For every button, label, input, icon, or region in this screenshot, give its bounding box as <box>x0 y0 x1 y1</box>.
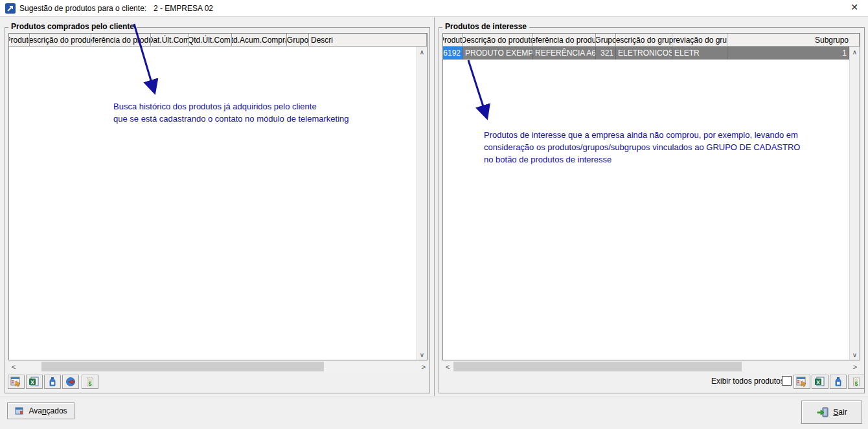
annotation-right-line1: Produtos de interesse que a empresa aind… <box>484 129 800 141</box>
groupbox-left-title: Produtos comprados pelo cliente <box>8 22 137 31</box>
app-icon <box>5 3 16 16</box>
export-excel-button[interactable]: X <box>812 375 828 389</box>
annotation-left-line2: que se está cadastrando o contato no mód… <box>113 113 349 125</box>
exit-door-icon <box>816 406 829 418</box>
price-list-button[interactable]: $ <box>82 375 98 389</box>
col-header-grupo[interactable]: Grupo <box>287 34 309 47</box>
jug-icon <box>47 377 58 387</box>
advanced-button[interactable]: Avançados <box>7 402 74 419</box>
products-grid-button[interactable] <box>8 375 25 389</box>
col-header-grupo[interactable]: Grupo <box>596 34 616 47</box>
left-vertical-scrollbar[interactable]: ∧ ∨ <box>417 47 427 360</box>
price-list-icon: $ <box>85 377 95 387</box>
advanced-button-label: Avançados <box>29 406 67 415</box>
undo-refresh-button[interactable] <box>62 375 79 389</box>
svg-text:$: $ <box>88 380 92 387</box>
export-excel-button[interactable]: X <box>26 375 43 389</box>
col-header-qtd-acum-compras[interactable]: Qtd.Acum.Compras <box>232 34 287 47</box>
table-produtos-interesse[interactable]: Produto Descrição do produto Referência … <box>442 33 860 360</box>
col-header-produto[interactable]: Produto <box>443 34 463 47</box>
scroll-left-icon[interactable]: < <box>442 361 453 372</box>
col-header-qtd-ult-com[interactable]: Qtd.Últ.Com. <box>189 34 232 47</box>
undo-arrow-icon <box>65 377 76 387</box>
client-name: 2 - EMPRESA 02 <box>154 4 213 13</box>
scroll-down-icon[interactable]: ∨ <box>417 349 427 360</box>
panel-divider <box>434 17 435 396</box>
products-grid-icon <box>796 377 808 387</box>
table-produtos-comprados[interactable]: Produto Descrição do produto Referência … <box>8 33 428 360</box>
scroll-up-icon[interactable]: ∧ <box>850 47 860 57</box>
jug-button[interactable] <box>44 375 61 389</box>
col-header-subgrupo[interactable]: Subgrupo <box>727 34 860 47</box>
table-left-header: Produto Descrição do produto Referência … <box>9 34 427 47</box>
cell-grupo[interactable]: 321 <box>596 47 616 60</box>
show-all-products-checkbox[interactable] <box>782 376 792 386</box>
right-horizontal-scrollbar[interactable]: < > <box>442 361 860 372</box>
annotation-right-line2: consideração os produtos/grupos/subgrupo… <box>484 141 800 153</box>
scrollbar-thumb[interactable] <box>453 362 742 371</box>
scrollbar-thumb[interactable] <box>41 362 324 371</box>
col-header-abreviacao-grupo[interactable]: Abreviação do grupo <box>672 34 727 47</box>
advanced-icon <box>14 406 25 416</box>
svg-text:X: X <box>30 379 34 386</box>
cell-abreviacao-grupo[interactable]: ELETR <box>672 47 727 60</box>
price-list-button[interactable]: $ <box>848 375 865 389</box>
col-header-dat-ult-com[interactable]: Dat.Últ.Com. <box>151 34 189 47</box>
table-row[interactable]: 6192 PRODUTO EXEMPLO 6189 REFERÊNCIA A61… <box>443 47 849 60</box>
jug-button[interactable] <box>830 375 847 389</box>
cell-subgrupo[interactable]: 1 <box>727 47 849 60</box>
svg-text:$: $ <box>854 380 858 387</box>
exit-button-label: Sair <box>833 408 847 417</box>
products-grid-button[interactable] <box>794 375 810 389</box>
scroll-down-icon[interactable]: ∨ <box>850 349 860 360</box>
col-header-referencia-produto[interactable]: Referência do produto <box>533 34 596 47</box>
groupbox-right-title: Produtos de interesse <box>442 22 529 31</box>
cell-referencia-produto[interactable]: REFERÊNCIA A6189 <box>533 47 596 60</box>
annotation-left-line1: Busca histórico dos produtos já adquirid… <box>113 100 349 113</box>
close-icon[interactable]: ✕ <box>847 2 862 15</box>
col-header-descri[interactable]: Descri <box>309 34 427 47</box>
svg-text:X: X <box>816 379 820 386</box>
col-header-descricao-produto[interactable]: Descrição do produto <box>30 34 91 47</box>
right-vertical-scrollbar[interactable]: ∧ ∨ <box>849 47 860 360</box>
cell-produto[interactable]: 6192 <box>443 47 463 60</box>
col-header-produto[interactable]: Produto <box>9 34 30 47</box>
annotation-right: Produtos de interesse que a empresa aind… <box>484 129 800 166</box>
window-title: Sugestão de produtos para o cliente: <box>19 4 146 13</box>
show-all-products-label: Exibir todos produtos <box>711 377 784 386</box>
excel-icon: X <box>814 377 826 387</box>
excel-icon: X <box>29 377 40 387</box>
cell-descricao-produto[interactable]: PRODUTO EXEMPLO 6189 <box>463 47 533 60</box>
title-bar: Sugestão de produtos para o cliente: 2 -… <box>0 0 868 17</box>
scroll-up-icon[interactable]: ∧ <box>417 47 427 57</box>
scroll-right-icon[interactable]: > <box>850 361 860 372</box>
scroll-left-icon[interactable]: < <box>8 361 19 372</box>
left-horizontal-scrollbar[interactable]: < > <box>8 361 429 372</box>
exit-button[interactable]: Sair <box>801 401 862 424</box>
col-header-descricao-grupo[interactable]: Descrição do grupo <box>616 34 672 47</box>
dialog-sugestao-produtos: Sugestão de produtos para o cliente: 2 -… <box>0 0 868 429</box>
annotation-right-line3: no botão de produtos de interesse <box>484 153 800 166</box>
cell-descricao-grupo[interactable]: ELETRONICOS <box>616 47 672 60</box>
footer-separator <box>0 397 868 397</box>
products-grid-icon <box>10 377 22 387</box>
annotation-left: Busca histórico dos produtos já adquirid… <box>113 100 349 125</box>
col-header-referencia-produto[interactable]: Referência do produto <box>91 34 151 47</box>
table-right-header: Produto Descrição do produto Referência … <box>443 34 860 47</box>
price-list-icon: $ <box>851 377 862 387</box>
col-header-descricao-produto[interactable]: Descrição do produto <box>463 34 533 47</box>
scroll-right-icon[interactable]: > <box>418 361 429 372</box>
jug-icon <box>833 377 843 387</box>
